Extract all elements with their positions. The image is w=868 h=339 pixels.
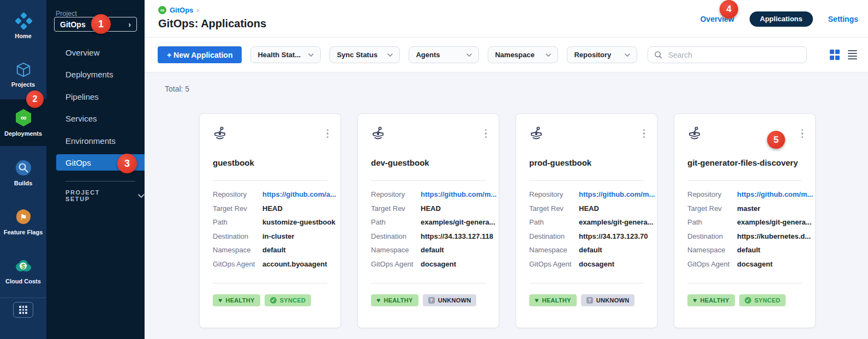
badge-label: SYNCED: [755, 297, 781, 304]
sync-status-badge: ✓SYNCED: [265, 294, 312, 306]
card-menu-icon[interactable]: [326, 128, 330, 139]
card-divider: [687, 180, 802, 181]
chevron-down-icon: [308, 53, 314, 57]
field-label: Repository: [213, 187, 262, 202]
filter-label: Namespace: [495, 51, 534, 59]
card-badges: ♥HEALTHY ✓SYNCED: [687, 294, 786, 306]
rail-item-projects[interactable]: Projects: [0, 51, 46, 98]
card-divider: [213, 283, 327, 283]
field-value: master: [737, 202, 761, 216]
field-label: Target Rev: [687, 202, 737, 216]
health-status-badge: ♥HEALTHY: [529, 294, 577, 306]
rail-item-label: Cloud Costs: [5, 278, 41, 284]
list-view-icon[interactable]: [848, 49, 857, 60]
project-setup-toggle[interactable]: PROJECT SETUP: [65, 189, 145, 202]
card-fields: Repositoryhttps://github.com/m... Target…: [529, 187, 649, 271]
application-name: prod-guestbook: [529, 158, 591, 167]
rail-item-cloud-costs[interactable]: $ Cloud Costs: [0, 247, 46, 294]
field-value: https://34.173.123.70: [579, 229, 648, 244]
sync-status-badge: ?UNKNOWN: [423, 294, 477, 306]
card-menu-icon[interactable]: [484, 128, 488, 139]
chevron-down-icon: [138, 194, 145, 198]
badge-label: UNKNOWN: [596, 297, 630, 304]
badge-label: HEALTHY: [700, 297, 729, 304]
filter-agents[interactable]: Agents: [409, 46, 479, 63]
card-divider: [371, 180, 486, 181]
filter-health-status[interactable]: Health Stat...: [250, 46, 321, 63]
annotation-badge-3: 3: [117, 154, 137, 173]
breadcrumb-separator: ›: [196, 6, 199, 14]
field-label: GitOps Agent: [687, 257, 737, 271]
rail-item-feature-flags[interactable]: ⚑ Feature Flags: [0, 198, 46, 245]
rail-item-label: Builds: [14, 180, 33, 186]
rail-item-label: Projects: [11, 81, 35, 88]
field-label: Path: [371, 215, 421, 229]
applications-content: Total: 5 guestbook: [145, 72, 868, 339]
application-card-git-generator-files-discovery[interactable]: git-generator-files-discovery Repository…: [674, 113, 816, 328]
annotation-badge-5: 5: [767, 131, 785, 149]
field-label: GitOps Agent: [371, 257, 421, 271]
nav-item-overview[interactable]: Overview: [65, 48, 100, 57]
gitops-module-icon: ∞: [158, 6, 166, 14]
field-value: docsagent: [579, 257, 614, 271]
card-menu-icon[interactable]: [642, 128, 646, 139]
field-label: GitOps Agent: [213, 257, 262, 271]
argo-app-icon: [370, 126, 386, 141]
card-menu-icon[interactable]: [800, 128, 804, 139]
page-header: ∞ GitOps › GitOps: Applications Overview…: [145, 0, 868, 38]
filter-namespace[interactable]: Namespace: [488, 46, 558, 63]
search-input[interactable]: [667, 50, 800, 60]
view-toggle: [830, 49, 858, 60]
toolbar: + New Application Health Stat... Sync St…: [145, 38, 868, 72]
nav-item-services[interactable]: Services: [65, 114, 97, 123]
module-grid-button[interactable]: [13, 302, 33, 318]
card-fields: Repositoryhttps://github.com/m... Target…: [371, 187, 491, 271]
home-icon: [15, 12, 32, 29]
field-label: Repository: [687, 187, 737, 202]
health-status-badge: ♥HEALTHY: [213, 294, 260, 306]
field-value: HEAD: [262, 202, 283, 216]
field-label: Destination: [213, 229, 262, 244]
nav-item-pipelines[interactable]: Pipelines: [65, 92, 99, 101]
application-card-dev-guestbook[interactable]: dev-guestbook Repositoryhttps://github.c…: [357, 113, 499, 328]
page-title: GitOps: Applications: [158, 17, 266, 30]
repository-link[interactable]: https://github.com/m...: [737, 187, 813, 202]
breadcrumb-gitops-link[interactable]: GitOps: [170, 6, 193, 14]
badge-label: UNKNOWN: [438, 297, 471, 304]
card-divider: [371, 283, 486, 283]
chevron-down-icon: [466, 53, 472, 57]
filter-sync-status[interactable]: Sync Status: [330, 46, 400, 63]
card-fields: Repositoryhttps://github.com/m... Target…: [687, 187, 807, 271]
repository-link[interactable]: https://github.com/m...: [579, 187, 655, 202]
field-label: Target Rev: [213, 202, 262, 216]
application-card-guestbook[interactable]: guestbook Repositoryhttps://github.com/a…: [199, 113, 341, 328]
field-value: https://34.133.127.118: [421, 229, 493, 244]
app-root: Home Projects ∞ Deployments: [0, 0, 868, 339]
card-divider: [687, 283, 802, 283]
tab-applications[interactable]: Applications: [750, 11, 813, 27]
nav-item-environments[interactable]: Environments: [65, 136, 116, 146]
application-name: dev-guestbook: [371, 158, 429, 167]
filter-repository[interactable]: Repository: [567, 46, 637, 63]
application-card-prod-guestbook[interactable]: prod-guestbook Repositoryhttps://github.…: [516, 113, 657, 328]
panel-divider: [65, 181, 135, 181]
field-label: Destination: [529, 229, 579, 244]
chevron-down-icon: [387, 53, 393, 57]
svg-text:$: $: [21, 263, 25, 270]
field-value: HEAD: [579, 202, 599, 216]
rail-item-builds[interactable]: Builds: [0, 149, 46, 196]
field-value: default: [262, 243, 286, 257]
heart-icon: ♥: [218, 297, 222, 304]
grid-view-icon[interactable]: [830, 50, 840, 60]
repository-link[interactable]: https://github.com/m...: [421, 187, 496, 202]
field-label: Namespace: [529, 243, 579, 257]
rail-item-home[interactable]: Home: [0, 2, 46, 49]
card-badges: ♥HEALTHY ?UNKNOWN: [371, 294, 476, 306]
filter-label: Agents: [416, 51, 440, 59]
tab-settings[interactable]: Settings: [828, 15, 858, 23]
field-value: in-cluster: [262, 229, 295, 244]
repository-link[interactable]: https://github.com/a...: [262, 187, 336, 202]
nav-item-deployments[interactable]: Deployments: [65, 70, 113, 79]
new-application-button[interactable]: + New Application: [158, 46, 242, 63]
field-label: Namespace: [371, 243, 421, 257]
